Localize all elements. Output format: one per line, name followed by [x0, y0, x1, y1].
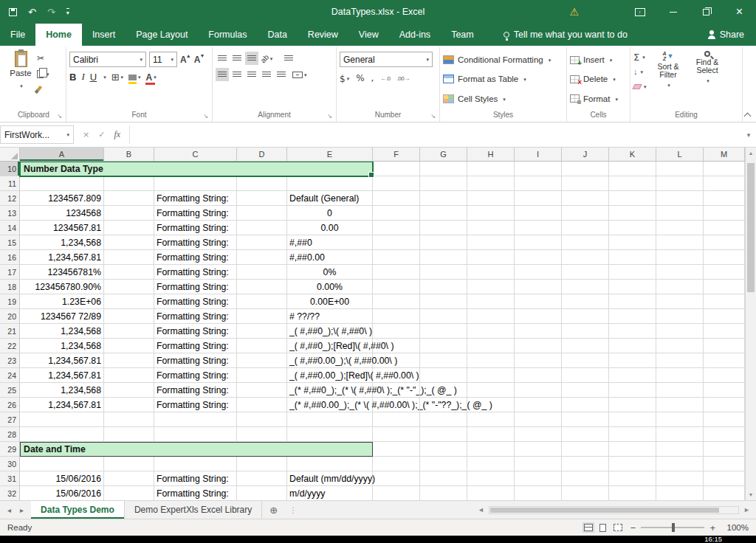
cell-B14[interactable]	[104, 221, 154, 235]
restore-button[interactable]	[690, 0, 723, 24]
insert-function-icon[interactable]: fx	[114, 129, 120, 140]
vertical-scroll-track[interactable]	[746, 159, 756, 489]
borders-button[interactable]: ⊞	[111, 70, 123, 83]
cell-G22[interactable]	[420, 339, 467, 353]
cell-I23[interactable]	[515, 353, 562, 368]
cell-E31[interactable]: Default (mm/dd/yyyy)	[287, 471, 373, 486]
cell-B23[interactable]	[104, 353, 154, 368]
cell-H16[interactable]	[467, 250, 515, 265]
cell-M22[interactable]	[704, 339, 745, 353]
underline-button[interactable]: U	[90, 72, 97, 83]
row-header-26[interactable]: 26	[0, 398, 20, 412]
conditional-formatting-button[interactable]: Conditional Formatting	[443, 52, 563, 67]
cell-I21[interactable]	[515, 324, 562, 339]
cell-F32[interactable]	[373, 486, 420, 500]
cell-K22[interactable]	[609, 339, 656, 353]
cell-styles-button[interactable]: Cell Styles	[443, 91, 563, 106]
cell-G25[interactable]	[420, 383, 467, 398]
column-header-C[interactable]: C	[154, 148, 237, 161]
cell-B18[interactable]	[104, 280, 154, 294]
cell-F17[interactable]	[373, 265, 420, 280]
cell-G28[interactable]	[420, 427, 467, 442]
row-header-30[interactable]: 30	[0, 457, 20, 471]
decrease-indent-button[interactable]	[260, 68, 273, 81]
cell-G32[interactable]	[420, 486, 467, 500]
zoom-out-button[interactable]: −	[630, 522, 636, 533]
cell-D19[interactable]	[237, 294, 287, 309]
cell-A18[interactable]: 123456780.90%	[20, 280, 104, 294]
row-header-11[interactable]: 11	[0, 176, 20, 191]
cell-B22[interactable]	[104, 339, 154, 353]
cell-H21[interactable]	[467, 324, 515, 339]
cell-A12[interactable]: 1234567.809	[20, 191, 104, 206]
cell-L32[interactable]	[656, 486, 704, 500]
align-right-button[interactable]	[245, 68, 258, 81]
ribbon-tab-view[interactable]: View	[348, 24, 389, 46]
cell-H19[interactable]	[467, 294, 515, 309]
clear-button[interactable]	[633, 80, 647, 92]
cell-J24[interactable]	[562, 368, 609, 383]
cell-E28[interactable]	[287, 427, 373, 442]
row-header-13[interactable]: 13	[0, 206, 20, 221]
ribbon-tab-file[interactable]: File	[0, 24, 35, 46]
ribbon-tab-add-ins[interactable]: Add-ins	[389, 24, 441, 46]
cell-L23[interactable]	[656, 353, 704, 368]
cell-M25[interactable]	[704, 383, 745, 398]
cell-F24[interactable]	[373, 368, 420, 383]
enter-icon[interactable]: ✓	[98, 130, 105, 139]
ribbon-tab-formulas[interactable]: Formulas	[198, 24, 257, 46]
cell-C20[interactable]: Formatting String:	[154, 309, 237, 324]
cell-J23[interactable]	[562, 353, 609, 368]
cell-F31[interactable]	[373, 471, 420, 486]
cell-M15[interactable]	[704, 235, 745, 250]
cell-I24[interactable]	[515, 368, 562, 383]
cell-K18[interactable]	[609, 280, 656, 294]
cell-H18[interactable]	[467, 280, 515, 294]
cell-B21[interactable]	[104, 324, 154, 339]
cell-M19[interactable]	[704, 294, 745, 309]
cell-C23[interactable]: Formatting String:	[154, 353, 237, 368]
zoom-slider-track[interactable]	[641, 527, 704, 528]
bold-button[interactable]: B	[69, 72, 76, 83]
cell-I25[interactable]	[515, 383, 562, 398]
cell-I20[interactable]	[515, 309, 562, 324]
cell-C18[interactable]: Formatting String:	[154, 280, 237, 294]
cell-A17[interactable]: 123456781%	[20, 265, 104, 280]
cell-F16[interactable]	[373, 250, 420, 265]
cell-I18[interactable]	[515, 280, 562, 294]
cell-C24[interactable]: Formatting String:	[154, 368, 237, 383]
cell-C13[interactable]: Formatting String:	[154, 206, 237, 221]
cell-J30[interactable]	[562, 457, 609, 471]
underline-caret[interactable]	[102, 70, 106, 83]
column-header-A[interactable]: A	[20, 148, 104, 161]
minimize-button[interactable]	[656, 0, 690, 24]
increase-decimal-button[interactable]: ←.0	[380, 75, 390, 82]
cell-M14[interactable]	[704, 221, 745, 235]
cell-G26[interactable]	[420, 398, 467, 412]
cell-L29[interactable]	[656, 442, 704, 457]
cell-A24[interactable]: 1,234,567.81	[20, 368, 104, 383]
horizontal-scrollbar[interactable]: ◄ ►	[472, 501, 756, 519]
column-header-J[interactable]: J	[562, 148, 609, 161]
cell-I19[interactable]	[515, 294, 562, 309]
cell-B24[interactable]	[104, 368, 154, 383]
row-header-31[interactable]: 31	[0, 471, 20, 486]
column-header-K[interactable]: K	[609, 148, 656, 161]
wrap-text-button[interactable]	[282, 52, 295, 65]
cell-D32[interactable]	[237, 486, 287, 500]
increase-font-size-button[interactable]: A	[180, 55, 191, 65]
cell-G30[interactable]	[420, 457, 467, 471]
cell-L28[interactable]	[656, 427, 704, 442]
cell-G13[interactable]	[420, 206, 467, 221]
italic-button[interactable]: I	[81, 71, 84, 83]
cell-J18[interactable]	[562, 280, 609, 294]
cell-K17[interactable]	[609, 265, 656, 280]
normal-view-button[interactable]	[583, 522, 594, 533]
cell-F10[interactable]	[373, 162, 420, 176]
font-size-combo[interactable]: 11	[149, 52, 177, 67]
ribbon-tab-data[interactable]: Data	[257, 24, 297, 46]
cell-E21[interactable]: _( #,##0_);\( #,##0\ )	[287, 324, 373, 339]
cell-D21[interactable]	[237, 324, 287, 339]
cell-K21[interactable]	[609, 324, 656, 339]
cell-C27[interactable]	[154, 412, 237, 427]
